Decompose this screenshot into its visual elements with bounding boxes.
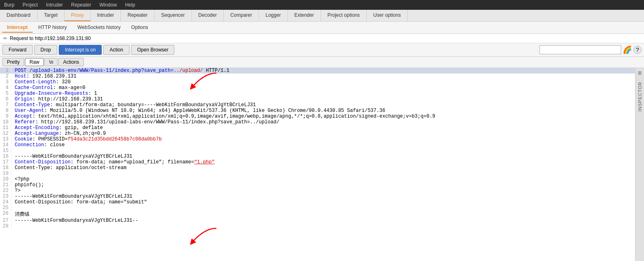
intercept-button[interactable]: Intercept is on — [59, 45, 102, 55]
table-row: 4Cache-Control: max-age=0 — [0, 85, 635, 91]
forward-button[interactable]: Forward — [2, 45, 33, 55]
table-row: 1POST /upload-labs-env/WWW/Pass-11/index… — [0, 68, 635, 74]
tab-target[interactable]: Target — [38, 10, 65, 21]
table-row: 15 — [0, 148, 635, 154]
table-row: 26消费绒 — [0, 211, 635, 218]
pretty-button[interactable]: Pretty — [2, 58, 24, 66]
table-row: 14Connection: close — [0, 142, 635, 148]
table-row: 18Content-Type: application/octet-stream — [0, 165, 635, 171]
tab-intruder[interactable]: Intruder — [91, 10, 121, 21]
tab-decoder[interactable]: Decoder — [192, 10, 224, 21]
pencil-icon: ✏ — [3, 36, 7, 41]
code-area[interactable]: 1POST /upload-labs-env/WWW/Pass-11/index… — [0, 68, 635, 261]
format-bar: Pretty Raw \n Actions — [0, 57, 644, 68]
tab-proxy[interactable]: Proxy — [65, 10, 91, 21]
search-input[interactable] — [539, 45, 621, 54]
table-row: 28 — [0, 223, 635, 229]
newline-button[interactable]: \n — [45, 58, 58, 66]
sub-tab-bar: Intercept HTTP history WebSockets histor… — [0, 22, 644, 34]
table-row: 23------WebKitFormBoundaryxaVJgYtBCrLeLJ… — [0, 194, 635, 199]
tab-project-options[interactable]: Project options — [321, 10, 367, 21]
menu-repeater[interactable]: Repeater — [67, 1, 95, 9]
table-row: 10Referer: http://192.168.239.131/upload… — [0, 119, 635, 125]
table-row: 6Origin: http://192.168.239.131 — [0, 96, 635, 102]
table-row: 19 — [0, 171, 635, 176]
subtab-http-history[interactable]: HTTP history — [33, 22, 72, 33]
tab-extender[interactable]: Extender — [288, 10, 321, 21]
subtab-options[interactable]: Options — [126, 22, 153, 33]
menu-bar: Burp Project Intruder Repeater Window He… — [0, 0, 644, 10]
table-row: 20<?php — [0, 176, 635, 182]
code-table: 1POST /upload-labs-env/WWW/Pass-11/index… — [0, 68, 635, 229]
right-sidebar: ≡ INSPECTOR — [635, 68, 644, 261]
rainbow-icon[interactable]: 🌈 — [623, 45, 632, 54]
subtab-intercept[interactable]: Intercept — [2, 22, 33, 33]
raw-button[interactable]: Raw — [25, 58, 44, 66]
help-button[interactable]: ? — [633, 46, 642, 54]
tab-repeater[interactable]: Repeater — [121, 10, 154, 21]
tab-dashboard[interactable]: Dashboard — [0, 10, 38, 21]
table-row: 5Upgrade-Insecure-Requests: 1 — [0, 91, 635, 96]
tab-sequencer[interactable]: Sequencer — [155, 10, 192, 21]
inspector-label[interactable]: INSPECTOR — [637, 78, 643, 115]
menu-burp[interactable]: Burp — [0, 1, 18, 9]
table-row: 27------WebKitFormBoundaryxaVJgYtBCrLeLJ… — [0, 218, 635, 223]
content-wrapper: 1POST /upload-labs-env/WWW/Pass-11/index… — [0, 68, 644, 261]
tab-comparer[interactable]: Comparer — [224, 10, 259, 21]
request-bar: ✏ Request to http://192.168.239.131:80 — [0, 34, 644, 43]
table-row: 17Content-Disposition: form-data; name=“… — [0, 159, 635, 165]
table-row: 22?> — [0, 188, 635, 194]
table-row: 16------WebKitFormBoundaryxaVJgYtBCrLeLJ… — [0, 154, 635, 159]
table-row: 25 — [0, 205, 635, 211]
toolbar: Forward Drop Intercept is on Action Open… — [0, 43, 644, 57]
table-row: 7Content-Type: multipart/form-data; boun… — [0, 102, 635, 108]
table-row: 24Content-Disposition: form-data; name="… — [0, 199, 635, 205]
actions-button[interactable]: Actions — [58, 58, 83, 66]
table-row: 8User-Agent: Mozilla/5.0 (Windows NT 10.… — [0, 108, 635, 114]
request-label: Request to http://192.168.239.131:80 — [10, 36, 91, 41]
table-row: 21phpinfo(); — [0, 182, 635, 188]
sidebar-lines-icon[interactable]: ≡ — [636, 68, 643, 78]
tab-logger[interactable]: Logger — [259, 10, 287, 21]
menu-intruder[interactable]: Intruder — [42, 1, 67, 9]
tab-user-options[interactable]: User options — [367, 10, 408, 21]
main-tab-bar: Dashboard Target Proxy Intruder Repeater… — [0, 10, 644, 22]
table-row: 3Content-Length: 320 — [0, 79, 635, 85]
table-row: 13Cookie: PHPSESSID=f54da3c21d35bdd26458… — [0, 136, 635, 142]
table-row: 9Accept: text/html,application/xhtml+xml… — [0, 114, 635, 119]
table-row: 12Accept-Language: zh-CN,zh;q=0.9 — [0, 131, 635, 136]
subtab-websockets-history[interactable]: WebSockets history — [72, 22, 126, 33]
menu-help[interactable]: Help — [121, 1, 139, 9]
table-row: 11Accept-Encoding: gzip, deflate — [0, 125, 635, 131]
table-row: 2Host: 192.168.239.131 — [0, 74, 635, 79]
menu-window[interactable]: Window — [95, 1, 121, 9]
menu-project[interactable]: Project — [18, 1, 42, 9]
action-button[interactable]: Action — [103, 45, 129, 55]
open-browser-button[interactable]: Open Browser — [131, 45, 175, 55]
arrow-2 — [188, 226, 221, 252]
drop-button[interactable]: Drop — [34, 45, 57, 55]
